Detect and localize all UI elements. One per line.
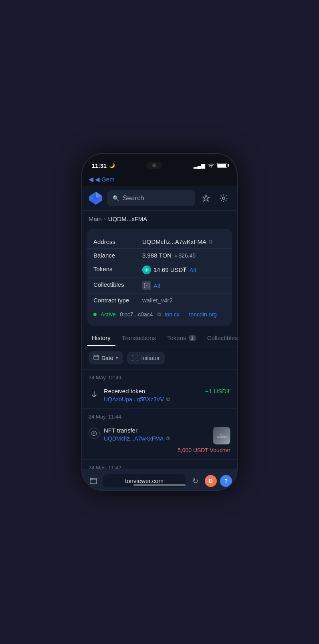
address-row: Address UQDMcfIz...A7wKxFMA ⧉: [93, 235, 226, 248]
tx-amount-2: 5,000 USDT Voucher: [178, 447, 230, 453]
initiator-checkbox[interactable]: [132, 355, 138, 361]
tx-left-1: Received token UQAzoUpa...q5BXz3VV ⧉: [89, 388, 202, 402]
status-dot: [93, 313, 97, 316]
tx-amount-1: +1 USD₮: [205, 388, 230, 395]
tokens-value: 14.69 USD₮ All: [142, 266, 226, 274]
svg-point-8: [93, 433, 95, 434]
tx-copy-1[interactable]: ⧉: [166, 396, 170, 402]
tab-collectibles[interactable]: Collectibles 1: [202, 329, 237, 346]
browser-url-text: tonviewer.com: [125, 477, 164, 484]
nft-thumbnail: USDTVOUCHER: [213, 427, 230, 445]
svg-point-13: [92, 479, 93, 479]
filter-row: Date ▾ Initiator: [82, 346, 237, 369]
browser-reload-button[interactable]: ↻: [189, 475, 202, 487]
address-label: Address: [93, 238, 137, 245]
tx-info-2: NFT transfer UQDMcfIz...A7wKxFMA ⧉: [104, 427, 174, 442]
signal-icon: ▂▄▆: [194, 163, 205, 169]
tx-addr-1[interactable]: UQAzoUpa...q5BXz3VV ⧉: [104, 396, 202, 402]
collectibles-row: Collectibles All: [93, 278, 226, 293]
main-content: Main › UQDM...xFMA Address UQDMcfIz...A7…: [82, 211, 237, 469]
tokens-badge: 1: [189, 335, 196, 341]
address-copy-icon[interactable]: ⧉: [209, 239, 212, 245]
favorites-button[interactable]: [199, 191, 213, 205]
contract-label: Contract type: [93, 297, 137, 304]
initiator-filter-button[interactable]: Initiator: [127, 352, 165, 364]
collectibles-value: All: [142, 281, 226, 290]
tokens-label: Tokens: [93, 266, 137, 272]
date-filter-arrow: ▾: [116, 355, 118, 360]
link-separator: ·: [184, 312, 185, 318]
gem-logo[interactable]: [89, 191, 103, 205]
balance-value: 3.988 TON ≈ $26.45: [142, 252, 226, 259]
search-icon: 🔍: [113, 195, 119, 201]
search-placeholder: Search: [123, 194, 144, 202]
tx-date-3: 24 May, 11:42: [82, 460, 237, 469]
tx-right-2: USDTVOUCHER 5,000 USDT Voucher: [178, 427, 230, 453]
address-value: UQDMcfIz...A7wKxFMA ⧉: [142, 238, 226, 245]
tab-history[interactable]: History: [87, 329, 115, 346]
tokens-row: Tokens 14.69 USD₮ All: [93, 262, 226, 278]
contract-text: wallet_v4r2: [142, 297, 173, 304]
tab-collectibles-label: Collectibles: [207, 334, 237, 341]
tab-transactions[interactable]: Transactions: [117, 329, 161, 346]
balance-label: Balance: [93, 252, 137, 259]
received-icon-1: [89, 388, 100, 400]
browser-bar: tonviewer.com ↻ B ?: [82, 469, 237, 491]
tx-section-2: 24 May, 11:44 NFT transfer: [82, 409, 237, 459]
tab-transactions-label: Transactions: [122, 334, 156, 341]
back-icon[interactable]: ◀: [89, 175, 93, 183]
tokens-amount: 14.69 USD₮: [153, 266, 187, 274]
svg-marker-7: [92, 431, 97, 436]
tx-info-1: Received token UQAzoUpa...q5BXz3VV ⧉: [104, 388, 202, 402]
balance-usd: ≈ $26.45: [174, 252, 196, 259]
collectibles-link[interactable]: All: [153, 282, 160, 289]
breadcrumb-main[interactable]: Main: [89, 215, 102, 222]
battery-icon: [217, 163, 227, 168]
tx-addr-2[interactable]: UQDMcfIz...A7wKxFMA ⧉: [104, 435, 174, 442]
svg-rect-6: [94, 355, 99, 360]
status-time: 11:31: [92, 162, 107, 169]
search-bar[interactable]: 🔍 Search: [107, 190, 195, 206]
question-icon[interactable]: ?: [220, 475, 232, 487]
tx-item-2[interactable]: NFT transfer UQDMcfIz...A7wKxFMA ⧉ USDTV…: [82, 423, 237, 459]
status-copy-icon[interactable]: ⧉: [157, 311, 161, 318]
back-nav[interactable]: ◀ ◀ Gem: [82, 175, 237, 186]
svg-point-12: [91, 479, 92, 479]
moon-icon: 🌙: [109, 163, 115, 168]
tx-date-1: 24 May, 12:49: [82, 370, 237, 384]
tokens-link[interactable]: All: [189, 267, 196, 274]
brave-icon: B: [205, 475, 217, 487]
status-bar: 11:31 🌙 ▂▄▆: [82, 154, 237, 175]
status-active: Active: [101, 311, 116, 318]
address-text: UQDMcfIz...A7wKxFMA: [142, 238, 206, 245]
settings-button[interactable]: [217, 191, 230, 205]
phone-frame: 11:31 🌙 ▂▄▆ ◀ ◀ Gem: [81, 153, 238, 491]
date-filter-label: Date: [101, 355, 113, 361]
date-filter-button[interactable]: Date ▾: [89, 351, 123, 364]
nft-icon-2: [89, 428, 100, 439]
toncoin-link[interactable]: toncoin.org: [189, 311, 217, 318]
tx-type-1: Received token: [104, 388, 202, 394]
initiator-filter-label: Initiator: [141, 355, 160, 361]
status-address-text: 0:cc7...c0ac4: [120, 311, 153, 318]
back-label[interactable]: ◀ Gem: [95, 176, 115, 183]
nav-actions: [199, 191, 230, 205]
collectible-icon: [142, 281, 151, 290]
contract-row: Contract type wallet_v4r2: [93, 294, 226, 307]
tx-copy-2[interactable]: ⧉: [166, 435, 170, 442]
ton-cx-link[interactable]: ton.cx: [165, 311, 180, 318]
tx-item-1[interactable]: Received token UQAzoUpa...q5BXz3VV ⧉ +1 …: [82, 384, 237, 409]
breadcrumb-separator: ›: [104, 216, 106, 222]
nav-bar: 🔍 Search: [82, 186, 237, 211]
calendar-icon: [93, 354, 99, 361]
breadcrumb: Main › UQDM...xFMA: [82, 211, 237, 225]
nft-thumb-content: USDTVOUCHER: [213, 427, 230, 444]
browser-menu-button[interactable]: [87, 475, 100, 487]
tx-date-2: 24 May, 11:44: [82, 409, 237, 423]
info-card: Address UQDMcfIz...A7wKxFMA ⧉ Balance 3.…: [87, 229, 232, 326]
status-row: Active 0:cc7...c0ac4 ⧉ ton.cx · toncoin.…: [93, 307, 226, 319]
svg-point-3: [222, 197, 225, 199]
balance-ton: 3.988 TON: [142, 252, 172, 259]
status-icons: ▂▄▆: [194, 162, 227, 169]
tab-tokens[interactable]: Tokens 1: [162, 329, 201, 346]
